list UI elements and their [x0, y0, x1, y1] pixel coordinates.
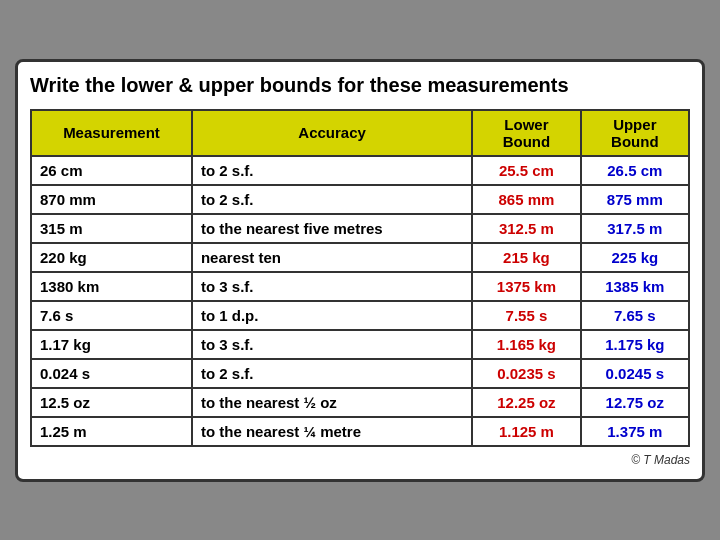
cell-measurement: 220 kg [31, 243, 192, 272]
cell-lower: 7.55 s [472, 301, 580, 330]
cell-lower: 1.125 m [472, 417, 580, 446]
main-container: Write the lower & upper bounds for these… [15, 59, 705, 482]
cell-lower: 215 kg [472, 243, 580, 272]
cell-lower: 312.5 m [472, 214, 580, 243]
table-row: 26 cmto 2 s.f.25.5 cm26.5 cm [31, 156, 689, 185]
cell-accuracy: to 2 s.f. [192, 185, 472, 214]
cell-lower: 0.0235 s [472, 359, 580, 388]
cell-accuracy: to the nearest ¼ metre [192, 417, 472, 446]
table-row: 870 mmto 2 s.f.865 mm875 mm [31, 185, 689, 214]
cell-upper: 0.0245 s [581, 359, 689, 388]
cell-accuracy: to the nearest five metres [192, 214, 472, 243]
cell-accuracy: to 3 s.f. [192, 330, 472, 359]
table-row: 220 kgnearest ten215 kg225 kg [31, 243, 689, 272]
header-measurement: Measurement [31, 110, 192, 156]
cell-measurement: 870 mm [31, 185, 192, 214]
cell-lower: 12.25 oz [472, 388, 580, 417]
cell-lower: 1375 km [472, 272, 580, 301]
cell-upper: 12.75 oz [581, 388, 689, 417]
page-title: Write the lower & upper bounds for these… [30, 74, 690, 97]
cell-accuracy: to 3 s.f. [192, 272, 472, 301]
header-upper-bound: UpperBound [581, 110, 689, 156]
table-row: 1.25 mto the nearest ¼ metre1.125 m1.375… [31, 417, 689, 446]
table-row: 7.6 sto 1 d.p.7.55 s7.65 s [31, 301, 689, 330]
cell-upper: 875 mm [581, 185, 689, 214]
table-row: 1380 kmto 3 s.f.1375 km1385 km [31, 272, 689, 301]
cell-upper: 1.375 m [581, 417, 689, 446]
cell-measurement: 7.6 s [31, 301, 192, 330]
cell-accuracy: to 2 s.f. [192, 359, 472, 388]
cell-measurement: 1380 km [31, 272, 192, 301]
credit-text: © T Madas [30, 453, 690, 467]
cell-upper: 317.5 m [581, 214, 689, 243]
table-row: 315 mto the nearest five metres312.5 m31… [31, 214, 689, 243]
cell-accuracy: nearest ten [192, 243, 472, 272]
header-accuracy: Accuracy [192, 110, 472, 156]
cell-measurement: 26 cm [31, 156, 192, 185]
header-lower-bound: LowerBound [472, 110, 580, 156]
cell-lower: 25.5 cm [472, 156, 580, 185]
cell-lower: 865 mm [472, 185, 580, 214]
cell-measurement: 1.25 m [31, 417, 192, 446]
cell-upper: 1385 km [581, 272, 689, 301]
cell-accuracy: to 1 d.p. [192, 301, 472, 330]
cell-measurement: 315 m [31, 214, 192, 243]
cell-measurement: 12.5 oz [31, 388, 192, 417]
cell-accuracy: to 2 s.f. [192, 156, 472, 185]
table-row: 1.17 kgto 3 s.f.1.165 kg1.175 kg [31, 330, 689, 359]
cell-accuracy: to the nearest ½ oz [192, 388, 472, 417]
table-row: 12.5 ozto the nearest ½ oz12.25 oz12.75 … [31, 388, 689, 417]
cell-measurement: 1.17 kg [31, 330, 192, 359]
cell-lower: 1.165 kg [472, 330, 580, 359]
table-row: 0.024 sto 2 s.f.0.0235 s0.0245 s [31, 359, 689, 388]
cell-upper: 7.65 s [581, 301, 689, 330]
cell-measurement: 0.024 s [31, 359, 192, 388]
bounds-table: Measurement Accuracy LowerBound UpperBou… [30, 109, 690, 447]
cell-upper: 26.5 cm [581, 156, 689, 185]
cell-upper: 1.175 kg [581, 330, 689, 359]
cell-upper: 225 kg [581, 243, 689, 272]
